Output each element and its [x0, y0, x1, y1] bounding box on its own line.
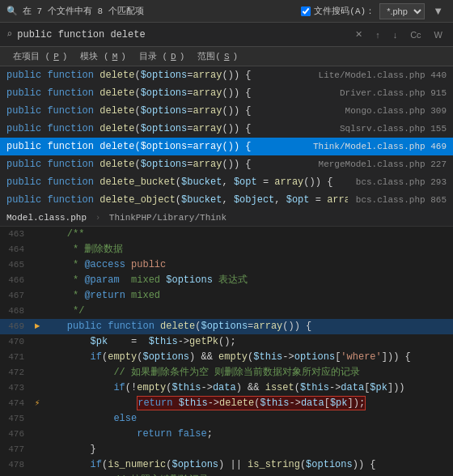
tab-scope[interactable]: 范围(S) — [191, 47, 244, 66]
result-file-3: Mongo.class.php 309 — [345, 106, 447, 116]
result-file-2: Driver.class.php 915 — [340, 88, 447, 98]
result-file-5: Think/Model.class.php 469 — [313, 142, 447, 151]
code-line-463: 463 /** — [0, 227, 453, 242]
code-line-474: 474 ⚡ return $this->delete($this->data[$… — [0, 396, 453, 411]
top-bar: 🔍 在 7 个文件中有 8 个匹配项 文件搜码(A)： *.php ▼ — [0, 0, 453, 23]
code-line-476: 476 return false; — [0, 427, 453, 442]
code-line-473: 473 if(!empty($this->data) && isset($thi… — [0, 380, 453, 396]
result-code-3: public function delete($options=array())… — [6, 105, 337, 117]
result-row-3[interactable]: public function delete($options=array())… — [0, 102, 453, 120]
result-row-1[interactable]: public function delete($options=array())… — [0, 66, 453, 84]
code-line-464: 464 * 删除数据 — [0, 242, 453, 257]
tab-project[interactable]: 在项目 (P) — [6, 47, 74, 66]
code-line-467: 467 * @return mixed — [0, 288, 453, 304]
case-sensitive-btn[interactable]: Cc — [406, 28, 425, 41]
result-code-1: public function delete($options=array())… — [6, 70, 311, 81]
result-code-4: public function delete($options=array())… — [6, 123, 332, 134]
tab-module[interactable]: 模块 (M) — [74, 47, 132, 66]
editor-breadcrumb: Model.class.php › ThinkPHP/Library/Think — [0, 209, 453, 227]
code-line-472: 472 // 如果删除条件为空 则删除当前数据对象所对应的记录 — [0, 365, 453, 380]
result-file-8: bcs.class.php 865 — [356, 195, 447, 205]
code-line-469: 469 ► public function delete($options=ar… — [0, 319, 453, 334]
result-file-1: Lite/Model.class.php 440 — [319, 70, 447, 80]
code-line-471: 471 if(empty($options) && empty($this->o… — [0, 350, 453, 365]
result-code-5: public function delete($options=array())… — [6, 141, 305, 152]
code-line-470: 470 $pk = $this->getPk(); — [0, 334, 453, 350]
search-bar: ⌕ ✕ ↑ ↓ Cc W — [0, 23, 453, 47]
next-result-btn[interactable]: ↓ — [389, 28, 402, 41]
result-code-6: public function delete($options=array())… — [6, 159, 311, 170]
tab-directory[interactable]: 目录 (D) — [133, 47, 191, 66]
top-bar-left: 🔍 在 7 个文件中有 8 个匹配项 — [6, 5, 296, 17]
code-line-466: 466 * @param mixed $options 表达式 — [0, 273, 453, 288]
ext-select[interactable]: *.php — [379, 3, 425, 19]
code-line-468: 468 */ — [0, 304, 453, 319]
result-code-8: public function delete_object($bucket, $… — [6, 194, 348, 206]
result-file-7: bcs.class.php 293 — [356, 177, 447, 187]
result-code-2: public function delete($options=array())… — [6, 87, 332, 99]
editor-area: Model.class.php › ThinkPHP/Library/Think… — [0, 209, 453, 476]
result-code-7: public function delete_bucket($bucket, $… — [6, 176, 348, 188]
filter-icon-btn[interactable]: ▼ — [430, 3, 447, 19]
result-row-2[interactable]: public function delete($options=array())… — [0, 84, 453, 102]
prev-result-btn[interactable]: ↑ — [371, 28, 384, 41]
code-area: 463 /** 464 * 删除数据 465 * @access public … — [0, 227, 453, 476]
code-line-477: 477 } — [0, 442, 453, 457]
code-line-475: 475 else — [0, 411, 453, 427]
code-line-465: 465 * @access public — [0, 257, 453, 273]
search-input[interactable] — [17, 29, 346, 40]
top-bar-right: 文件搜码(A)： *.php ▼ — [301, 3, 447, 19]
result-row-6[interactable]: public function delete($options=array())… — [0, 155, 453, 173]
file-filter-label[interactable]: 文件搜码(A)： — [301, 5, 375, 17]
result-file-4: Sqlsrv.class.php 155 — [340, 124, 447, 134]
file-filter-checkbox[interactable] — [301, 6, 311, 16]
result-row-7[interactable]: public function delete_bucket($bucket, $… — [0, 173, 453, 191]
results-list: public function delete($options=array())… — [0, 66, 453, 209]
word-match-btn[interactable]: W — [430, 28, 447, 41]
tabs-row: 在项目 (P) 模块 (M) 目录 (D) 范围(S) — [0, 47, 453, 66]
clear-search-btn[interactable]: ✕ — [351, 28, 366, 41]
code-line-478: 478 if(is_numeric($options) || is_string… — [0, 457, 453, 473]
result-row-5[interactable]: public function delete($options=array())… — [0, 138, 453, 155]
search-result-info: 在 7 个文件中有 8 个匹配项 — [23, 5, 144, 17]
result-file-6: MergeModel.class.php 227 — [319, 159, 447, 169]
search-icon: ⌕ — [6, 28, 12, 40]
file-icon: 🔍 — [6, 6, 18, 16]
result-row-4[interactable]: public function delete($options=array())… — [0, 120, 453, 138]
code-line-479: 479 // 按照主键删除记录 — [0, 473, 453, 476]
result-row-8[interactable]: public function delete_object($bucket, $… — [0, 191, 453, 209]
